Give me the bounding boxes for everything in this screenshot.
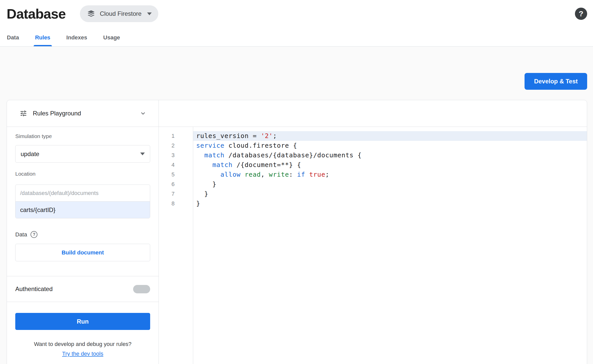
line-number: 1: [159, 131, 193, 141]
code-token: [196, 161, 212, 169]
data-row: Data ?: [15, 231, 150, 238]
code-token: read: [245, 171, 261, 178]
tune-icon: [20, 110, 27, 117]
rules-playground-panel: Simulation type update Location /databas…: [7, 127, 159, 364]
active-tab-underline: [34, 45, 52, 46]
tab-usage[interactable]: Usage: [103, 29, 120, 46]
line-number: 5: [159, 170, 193, 179]
editor-code[interactable]: rules_version = '2';service cloud.firest…: [193, 127, 587, 364]
editor-gutter: 12345678: [159, 127, 193, 364]
tab-label: Usage: [103, 34, 120, 41]
code-token: :: [289, 171, 297, 178]
code-token: ;: [273, 132, 277, 140]
code-token: }: [196, 190, 208, 198]
header-top: Database Cloud Firestore ?: [0, 0, 593, 25]
rules-card: Rules Playground Simulation type update …: [7, 100, 587, 364]
line-number: 6: [159, 179, 193, 189]
collapse-chevron-icon[interactable]: [139, 110, 147, 117]
rules-code-editor: 12345678 rules_version = '2';service clo…: [159, 127, 587, 364]
code-token: match: [204, 151, 224, 159]
dev-tools-question: Want to develop and debug your rules?: [7, 341, 159, 347]
tab-label: Indexes: [66, 34, 87, 41]
tab-label: Rules: [35, 34, 50, 41]
code-token: }: [196, 180, 216, 188]
tab-indexes[interactable]: Indexes: [66, 29, 87, 46]
rules-playground-header: Rules Playground: [7, 100, 159, 127]
code-line[interactable]: }: [193, 189, 587, 199]
rules-playground-title: Rules Playground: [33, 110, 81, 117]
location-prefix: /databases/(default)/documents: [16, 185, 150, 202]
line-number: 8: [159, 199, 193, 208]
product-selector[interactable]: Cloud Firestore: [80, 5, 158, 22]
tab-rules[interactable]: Rules: [35, 29, 50, 46]
code-token: }: [196, 200, 200, 207]
card-body: Simulation type update Location /databas…: [7, 127, 587, 364]
line-number: 3: [159, 150, 193, 160]
authenticated-row: Authenticated: [15, 276, 150, 302]
code-token: match: [212, 161, 232, 169]
code-token: [196, 171, 220, 178]
simulation-type-label: Simulation type: [15, 133, 150, 139]
main-content: Develop & Test Rules Playground: [0, 73, 593, 364]
tabs: DataRulesIndexesUsage: [0, 25, 593, 47]
card-header: Rules Playground: [7, 100, 587, 127]
code-line[interactable]: match /databases/{database}/documents {: [193, 150, 587, 160]
code-line[interactable]: allow read, write: if true;: [193, 170, 587, 179]
code-token: ,: [261, 171, 269, 178]
code-token: [241, 171, 245, 178]
help-icon[interactable]: ?: [575, 8, 587, 20]
code-token: allow: [220, 171, 241, 178]
simulation-type-select[interactable]: update: [15, 145, 150, 163]
authenticated-toggle[interactable]: [133, 285, 150, 293]
code-token: if: [297, 171, 305, 178]
code-token: rules_version =: [196, 132, 261, 140]
tab-label: Data: [7, 34, 19, 41]
dev-tools-link[interactable]: Try the dev tools: [7, 351, 159, 357]
develop-row: Develop & Test: [7, 73, 587, 90]
code-line[interactable]: rules_version = '2';: [193, 131, 587, 141]
location-input[interactable]: carts/{cartID}: [16, 202, 150, 218]
code-token: write: [269, 171, 289, 178]
page-header: Database Cloud Firestore ? DataRulesInde…: [0, 0, 593, 47]
tab-data[interactable]: Data: [7, 29, 19, 46]
code-token: ;: [325, 171, 329, 178]
run-button[interactable]: Run: [15, 313, 150, 330]
code-line[interactable]: match /{document=**} {: [193, 160, 587, 170]
location-field: /databases/(default)/documents carts/{ca…: [15, 185, 150, 218]
simulation-type-value: update: [21, 150, 39, 158]
develop-and-test-button[interactable]: Develop & Test: [525, 73, 587, 90]
code-line[interactable]: }: [193, 199, 587, 208]
build-document-button[interactable]: Build document: [15, 244, 150, 261]
chevron-down-icon: [140, 153, 145, 155]
page-title: Database: [7, 6, 66, 22]
code-token: [305, 171, 309, 178]
code-token: /{document=**} {: [233, 161, 301, 169]
editor-header: [159, 100, 587, 127]
divider: [7, 302, 159, 302]
data-label: Data: [15, 231, 27, 238]
code-token: '2': [261, 132, 273, 140]
code-token: service: [196, 142, 224, 149]
code-token: cloud.firestore {: [224, 142, 297, 149]
code-line[interactable]: service cloud.firestore {: [193, 141, 587, 150]
firestore-icon: [87, 9, 96, 18]
line-number: 4: [159, 160, 193, 170]
chevron-down-icon: [147, 12, 152, 15]
code-token: true: [309, 171, 325, 178]
code-token: [196, 151, 204, 159]
code-line[interactable]: }: [193, 179, 587, 189]
code-token: /databases/{database}/documents {: [224, 151, 362, 159]
data-help-icon[interactable]: ?: [31, 231, 37, 238]
product-selector-label: Cloud Firestore: [100, 10, 142, 17]
line-number: 7: [159, 189, 193, 199]
line-number: 2: [159, 141, 193, 150]
authenticated-label: Authenticated: [15, 285, 53, 293]
location-label: Location: [15, 171, 150, 177]
